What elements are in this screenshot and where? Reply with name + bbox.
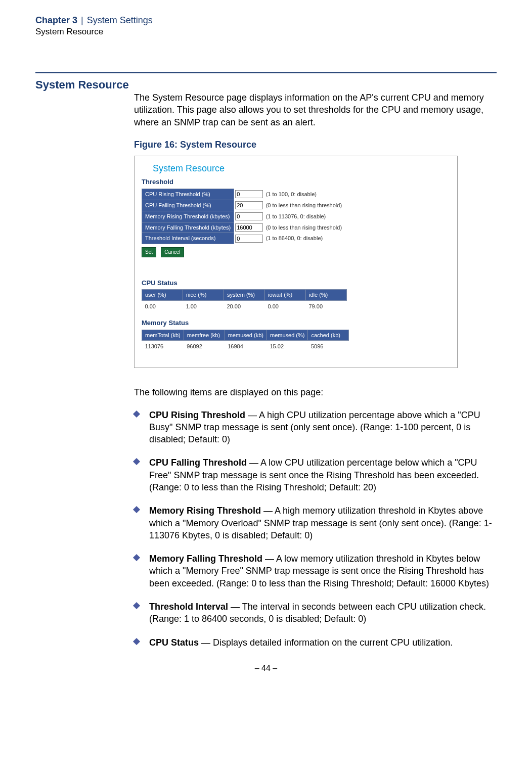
- diamond-icon: [133, 410, 140, 417]
- list-item: CPU Status — Displays detailed informati…: [134, 636, 497, 649]
- table-header: cached (kb): [308, 330, 349, 341]
- item-desc: — Displays detailed information on the c…: [199, 637, 453, 648]
- threshold-hint: (0 to less than rising threshold): [265, 222, 342, 233]
- item-term: Threshold Interval: [149, 602, 228, 612]
- table-cell: 0.00: [265, 301, 306, 312]
- list-item: CPU Rising Threshold — A high CPU utiliz…: [134, 409, 497, 446]
- table-header: memused (kb): [225, 330, 267, 341]
- threshold-row: Memory Falling Threshold (kbytes) (0 to …: [142, 222, 343, 233]
- table-header: memTotal (kb): [142, 330, 184, 341]
- cancel-button[interactable]: Cancel: [161, 247, 184, 257]
- section-rule: [35, 72, 497, 73]
- diamond-icon: [133, 602, 140, 609]
- table-header: system (%): [224, 290, 265, 301]
- threshold-interval-input[interactable]: [235, 235, 263, 243]
- table-cell: 1.00: [183, 301, 224, 312]
- separator: |: [80, 15, 84, 25]
- diamond-icon: [133, 554, 140, 561]
- diamond-icon: [133, 506, 140, 513]
- chapter-label: Chapter 3: [35, 15, 77, 25]
- table-cell: 20.00: [224, 301, 265, 312]
- definition-list: CPU Rising Threshold — A high CPU utiliz…: [134, 409, 497, 649]
- memory-status-heading: Memory Status: [142, 318, 450, 328]
- threshold-row: CPU Rising Threshold (%) (1 to 100, 0: d…: [142, 189, 343, 200]
- table-header: user (%): [142, 290, 183, 301]
- table-header: memused (%): [267, 330, 307, 341]
- item-term: CPU Status: [149, 637, 199, 648]
- cpu-rising-input[interactable]: [235, 190, 263, 198]
- threshold-label: Memory Rising Threshold (kbytes): [142, 211, 234, 222]
- post-figure-text: The following items are displayed on thi…: [134, 386, 497, 398]
- figure-caption: Figure 16: System Resource: [134, 139, 497, 151]
- table-cell: 79.00: [306, 301, 347, 312]
- table-header: memfree (kb): [184, 330, 225, 341]
- item-term: CPU Falling Threshold: [149, 458, 247, 468]
- memory-rising-input[interactable]: [235, 212, 263, 220]
- table-header: nice (%): [183, 290, 224, 301]
- threshold-row: CPU Falling Threshold (%) (0 to less tha…: [142, 200, 343, 211]
- table-header: idle (%): [306, 290, 347, 301]
- threshold-hint: (1 to 113076, 0: disable): [265, 211, 342, 222]
- cpu-status-table: user (%) nice (%) system (%) iowait (%) …: [142, 289, 347, 312]
- threshold-hint: (1 to 86400, 0: disable): [265, 233, 342, 244]
- item-term: Memory Falling Threshold: [149, 554, 262, 564]
- set-button[interactable]: Set: [142, 247, 156, 257]
- table-cell: 0.00: [142, 301, 183, 312]
- table-cell: 15.02: [267, 341, 307, 352]
- intro-paragraph: The System Resource page displays inform…: [134, 92, 497, 128]
- cpu-falling-input[interactable]: [235, 201, 263, 209]
- diamond-icon: [133, 638, 140, 645]
- threshold-label: CPU Rising Threshold (%): [142, 189, 234, 200]
- memory-falling-input[interactable]: [235, 223, 263, 232]
- chapter-title: System Settings: [87, 15, 153, 25]
- table-header: iowait (%): [265, 290, 306, 301]
- threshold-row: Memory Rising Threshold (kbytes) (1 to 1…: [142, 211, 343, 222]
- page-number: – 44 –: [35, 664, 497, 673]
- threshold-row: Threshold Interval (seconds) (1 to 86400…: [142, 233, 343, 244]
- threshold-hint: (1 to 100, 0: disable): [265, 189, 342, 200]
- threshold-label: CPU Falling Threshold (%): [142, 200, 234, 211]
- threshold-label: Memory Falling Threshold (kbytes): [142, 222, 234, 233]
- threshold-hint: (0 to less than rising threshold): [265, 200, 342, 211]
- list-item: Memory Falling Threshold — A low memory …: [134, 553, 497, 589]
- screenshot-title: System Resource: [153, 162, 450, 174]
- page-header-subtitle: System Resource: [35, 27, 497, 37]
- threshold-table: CPU Rising Threshold (%) (1 to 100, 0: d…: [142, 189, 343, 244]
- list-item: Memory Rising Threshold — A high memory …: [134, 505, 497, 541]
- threshold-heading: Threshold: [142, 177, 450, 187]
- list-item: CPU Falling Threshold — A low CPU utiliz…: [134, 457, 497, 493]
- diamond-icon: [133, 458, 140, 465]
- figure-screenshot: System Resource Threshold CPU Rising Thr…: [134, 156, 458, 368]
- item-term: CPU Rising Threshold: [149, 410, 245, 420]
- table-cell: 96092: [184, 341, 225, 352]
- item-term: Memory Rising Threshold: [149, 506, 261, 516]
- cpu-status-heading: CPU Status: [142, 279, 450, 288]
- section-heading: System Resource: [35, 78, 134, 92]
- list-item: Threshold Interval — The interval in sec…: [134, 601, 497, 625]
- table-cell: 16984: [225, 341, 267, 352]
- page-header: Chapter 3 | System Settings: [35, 15, 497, 26]
- memory-status-table: memTotal (kb) memfree (kb) memused (kb) …: [142, 330, 349, 353]
- table-cell: 5096: [308, 341, 349, 352]
- threshold-label: Threshold Interval (seconds): [142, 233, 234, 244]
- table-cell: 113076: [142, 341, 184, 352]
